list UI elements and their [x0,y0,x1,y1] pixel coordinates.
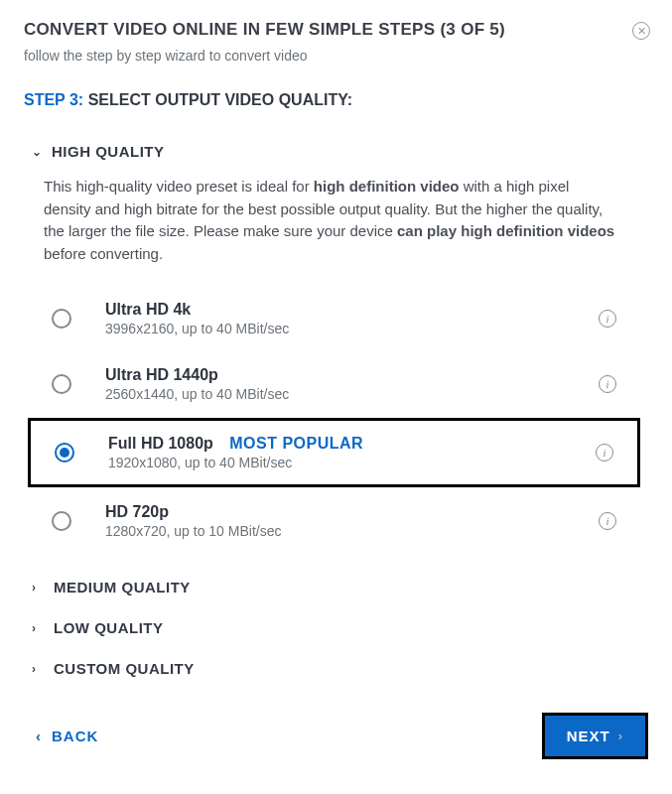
next-label: NEXT [567,728,610,744]
close-icon[interactable]: ✕ [632,22,650,40]
step-heading: STEP 3: SELECT OUTPUT VIDEO QUALITY: [24,91,648,109]
wizard-dialog: ✕ CONVERT VIDEO ONLINE IN FEW SIMPLE STE… [0,0,672,794]
section-medium-quality[interactable]: › MEDIUM QUALITY [24,567,640,607]
next-button[interactable]: NEXT › [542,713,648,759]
section-title: CUSTOM QUALITY [54,660,195,677]
chevron-right-icon: › [32,621,44,635]
option-label: Ultra HD 1440p [105,366,218,383]
radio-icon[interactable] [55,443,74,463]
option-hd-720p[interactable]: HD 720p 1280x720, up to 10 MBit/sec i [28,489,640,553]
section-title: HIGH QUALITY [52,143,165,160]
chevron-right-icon: › [32,581,44,595]
info-icon[interactable]: i [599,310,616,328]
info-icon[interactable]: i [599,375,616,393]
option-label: Ultra HD 4k [105,301,191,318]
option-label: HD 720p [105,503,169,520]
content-scroll[interactable]: ⌄ HIGH QUALITY This high-quality video p… [24,133,648,695]
option-label: Full HD 1080p [108,435,213,452]
radio-icon[interactable] [52,511,71,531]
chevron-right-icon: › [32,662,44,676]
most-popular-badge: MOST POPULAR [229,435,363,452]
radio-icon[interactable] [52,374,71,394]
radio-icon[interactable] [52,309,71,329]
back-label: BACK [52,728,98,744]
chevron-left-icon: ‹ [36,728,42,744]
option-sublabel: 3996x2160, up to 40 MBit/sec [105,321,599,336]
wizard-footer: ‹ BACK NEXT › [24,695,648,759]
section-high-description: This high-quality video preset is ideal … [24,172,640,285]
step-text: SELECT OUTPUT VIDEO QUALITY: [88,91,352,108]
quality-options: Ultra HD 4k 3996x2160, up to 40 MBit/sec… [24,287,640,553]
section-high-quality[interactable]: ⌄ HIGH QUALITY [24,133,640,172]
back-button[interactable]: ‹ BACK [24,728,98,744]
option-sublabel: 1920x1080, up to 40 MBit/sec [108,455,596,470]
option-ultra-hd-1440p[interactable]: Ultra HD 1440p 2560x1440, up to 40 MBit/… [28,352,640,416]
option-ultra-hd-4k[interactable]: Ultra HD 4k 3996x2160, up to 40 MBit/sec… [28,287,640,350]
step-number: STEP 3: [24,91,83,108]
section-title: MEDIUM QUALITY [54,579,191,596]
section-low-quality[interactable]: › LOW QUALITY [24,607,640,648]
section-custom-quality[interactable]: › CUSTOM QUALITY [24,648,640,689]
chevron-down-icon: ⌄ [32,145,44,159]
dialog-title: CONVERT VIDEO ONLINE IN FEW SIMPLE STEPS… [24,20,648,40]
option-sublabel: 1280x720, up to 10 MBit/sec [105,523,599,539]
chevron-right-icon: › [618,728,623,743]
info-icon[interactable]: i [599,512,616,530]
section-title: LOW QUALITY [54,619,164,636]
option-full-hd-1080p[interactable]: Full HD 1080p MOST POPULAR 1920x1080, up… [28,418,640,487]
option-sublabel: 2560x1440, up to 40 MBit/sec [105,386,599,402]
dialog-subtitle: follow the step by step wizard to conver… [24,48,648,64]
info-icon[interactable]: i [596,444,613,462]
